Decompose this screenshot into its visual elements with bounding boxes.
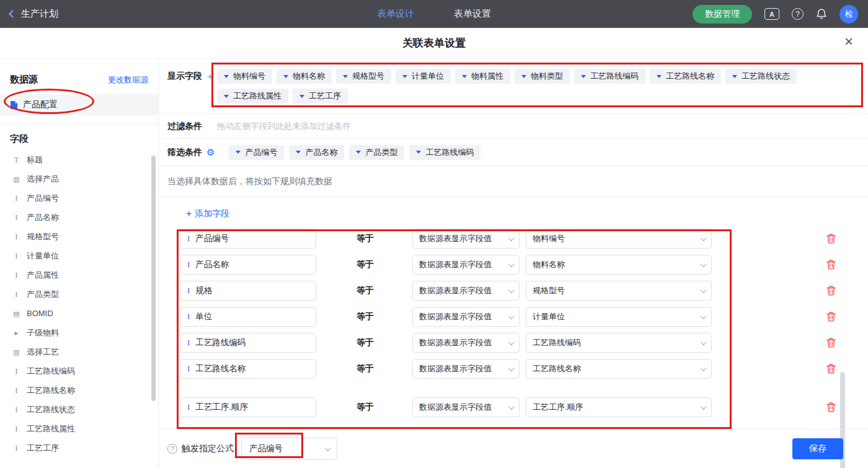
rule-field-input[interactable]: 工艺工序.顺序 [180,397,316,417]
display-field-tag[interactable]: 物料名称 [277,69,332,84]
field-list-item[interactable]: 工艺路线名称 [0,381,158,400]
rule-target-select[interactable]: 工艺工序.顺序 [526,397,712,417]
display-field-tag[interactable]: 工艺路线编码 [574,69,645,84]
display-field-tag[interactable]: 工艺路线状态 [725,69,797,84]
rule-source-select[interactable]: 数据源表显示字段值 [412,333,520,353]
rule-target-value: 规格型号 [533,285,565,296]
field-list-item[interactable]: 规格型号 [0,227,158,246]
rule-field-input[interactable]: 工艺路线编码 [180,333,316,353]
field-list-item[interactable]: 产品类型 [0,285,158,304]
field-item-label: 选择工艺 [27,347,59,358]
screening-condition-tag[interactable]: 产品类型 [349,145,404,160]
display-field-tag[interactable]: 物料类型 [515,69,570,84]
rule-source-select[interactable]: 数据源表显示字段值 [412,397,520,417]
screening-condition-tag[interactable]: 产品编号 [229,145,284,160]
change-datasource-link[interactable]: 更改数据源 [108,74,148,86]
back-label: 生产计划 [21,8,58,20]
field-list-item[interactable]: 标题 [0,150,158,169]
rule-field-input[interactable]: 单位 [180,307,316,327]
translate-icon[interactable]: A [764,8,779,20]
delete-rule-icon[interactable] [826,364,836,374]
display-field-tag[interactable]: 物料编号 [217,69,272,84]
chevron-down-icon [224,95,229,98]
field-list-item[interactable]: 选择产品 [0,169,158,188]
filter-drop-placeholder[interactable]: 拖动左侧字段到此处来添加过滤条件 [217,121,351,132]
rule-source-select[interactable]: 数据源表显示字段值 [412,281,520,301]
datasource-item[interactable]: 产品配置 [0,94,158,115]
notification-bell-icon[interactable] [816,8,827,20]
rule-field-input[interactable]: 规格 [180,281,316,301]
field-list-item[interactable]: 选择工艺 [0,342,158,361]
field-list-item[interactable]: 工艺工序 [0,438,158,457]
page-title: 关联表单设置 [402,36,466,50]
add-field-button[interactable]: 添加字段 [186,208,229,219]
help-icon[interactable]: ? [167,444,177,454]
display-field-tag[interactable]: 工艺工序 [293,89,348,104]
delete-rule-icon[interactable] [826,260,836,270]
field-list-item[interactable]: 工艺路线状态 [0,400,158,419]
field-item-label: 产品属性 [27,270,59,281]
display-field-tag[interactable]: 物料属性 [455,69,510,84]
display-field-tag[interactable]: 计量单位 [396,69,451,84]
sidebar-scrollbar[interactable] [151,156,156,401]
delete-rule-icon[interactable] [826,312,836,322]
field-list-item[interactable]: 产品编号 [0,188,158,208]
field-item-label: 产品类型 [27,289,59,300]
display-field-tag[interactable]: 工艺路线名称 [650,69,721,84]
document-icon [10,100,18,110]
rule-field-input[interactable]: 产品编号 [180,229,316,249]
screening-conditions-section: 筛选条件 ⚙ 产品编号 产品名称 产品类型 工艺路线编码 [159,139,868,166]
chevron-down-icon [283,75,288,78]
screening-condition-tag[interactable]: 工艺路线编码 [409,145,480,160]
help-icon[interactable]: ? [792,8,804,20]
field-list-item[interactable]: 计量单位 [0,246,158,265]
rule-field-input[interactable]: 产品名称 [180,255,316,275]
field-list-item[interactable]: 产品属性 [0,265,158,285]
field-list-item[interactable]: 工艺路线编码 [0,361,158,381]
field-list-item[interactable]: 子级物料 [0,323,158,342]
rule-field-input[interactable]: 工艺路线名称 [180,359,316,379]
delete-rule-icon[interactable] [826,234,836,244]
rule-operator: 等于 [356,311,374,322]
rule-target-select[interactable]: 规格型号 [526,281,712,301]
rule-target-select[interactable]: 工艺路线编码 [526,333,712,353]
save-button[interactable]: 保存 [792,438,843,459]
datasource-item-label: 产品配置 [23,99,58,110]
rule-target-select[interactable]: 物料名称 [526,255,712,275]
rule-source-select[interactable]: 数据源表显示字段值 [412,255,520,275]
fill-rules-list: 产品编号 等于 数据源表显示字段值 物料编号 [159,229,868,417]
back-button[interactable]: 生产计划 [10,8,58,20]
display-field-tag[interactable]: 规格型号 [336,69,391,84]
rule-target-select[interactable]: 工艺路线名称 [526,359,712,379]
fill-rule-row: 单位 等于 数据源表显示字段值 计量单位 [180,307,868,327]
rule-source-value: 数据源表显示字段值 [419,363,492,374]
text-field-icon [187,402,190,412]
rule-source-select[interactable]: 数据源表显示字段值 [412,229,520,249]
field-list-item[interactable]: 工艺路线属性 [0,419,158,438]
rule-field-name: 工艺工序.顺序 [195,402,248,413]
gear-icon[interactable]: ⚙ [206,148,215,157]
rule-target-select[interactable]: 物料编号 [526,229,712,249]
trigger-formula-select[interactable]: 产品编号 [241,438,337,460]
rule-target-select[interactable]: 计量单位 [526,307,712,327]
screening-condition-tag[interactable]: 产品名称 [289,145,344,160]
data-manage-button[interactable]: 数据管理 [693,5,752,24]
delete-rule-icon[interactable] [826,338,836,348]
display-field-tag[interactable]: 工艺路线属性 [217,89,288,104]
field-list-item[interactable]: BOMID [0,304,158,323]
field-type-icon [12,175,21,183]
field-type-icon [12,252,21,260]
add-display-field-icon[interactable]: + [207,71,213,82]
delete-rule-icon[interactable] [826,402,836,412]
tab-form-settings[interactable]: 表单设置 [454,8,491,20]
delete-rule-icon[interactable] [826,286,836,296]
field-type-icon [12,444,21,452]
rule-source-select[interactable]: 数据源表显示字段值 [412,359,520,379]
close-icon[interactable]: × [844,34,853,49]
topbar: 生产计划 表单设计 表单设置 数据管理 A ? 检 [0,0,868,28]
avatar[interactable]: 检 [839,5,858,24]
display-fields-section: 显示字段 + 物料编号 物料名称 规格型号 计量单位 [159,59,868,114]
tab-form-design[interactable]: 表单设计 [377,8,414,20]
field-list-item[interactable]: 产品名称 [0,208,158,227]
rule-source-select[interactable]: 数据源表显示字段值 [412,307,520,327]
